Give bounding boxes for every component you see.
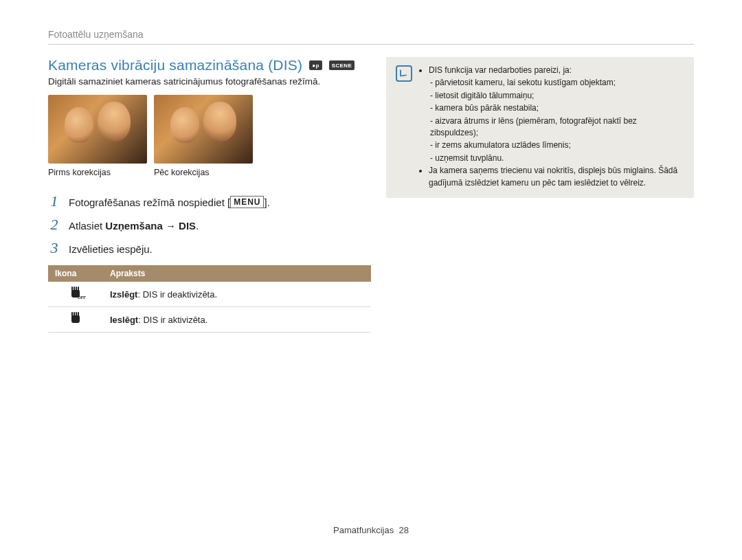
step-text: ]. [264,197,269,208]
dis-on-icon [69,313,82,326]
step-number: 3 [48,239,60,257]
table-head-icon: Ikona [48,265,103,282]
dis-off-icon: OFF [69,288,82,300]
step-bold: Uzņemšana → DIS [105,220,196,232]
option-desc: : DIS ir deaktivizēta. [137,289,217,300]
breadcrumb: Fotoattēlu uzņemšana [48,29,694,45]
note-bullet: lietosit digitālo tālummaiņu; [430,90,684,102]
note-bullet: ir zems akumulatora uzlādes līmenis; [430,139,684,151]
step-text: Izvēlieties iespēju. [69,243,153,255]
before-caption: Pirms korekcijas [48,168,147,177]
step-text: . [196,220,199,232]
camera-mode-icon: ●p [309,60,322,70]
page-footer: Pamatfunkcijas 28 [0,525,742,535]
option-label: Ieslēgt [110,315,138,325]
footer-label: Pamatfunkcijas [333,525,394,535]
menu-button-label: MENU [230,196,264,208]
scene-mode-icon: SCENE [329,60,355,70]
note-line: DIS funkcija var nedarboties pareizi, ja… [429,65,684,76]
option-label: Izslēgt [110,289,137,300]
footer-page: 28 [398,525,408,535]
note-bullet: aizvara ātrums ir lēns (piemēram, fotogr… [430,115,684,139]
note-line: Ja kamera saņems triecienu vai nokritīs,… [429,165,684,189]
note-bullet: uzņemsit tuvplānu. [430,153,684,164]
step-number: 1 [48,192,60,210]
table-row: OFF Izslēgt: DIS ir deaktivizēta. [48,282,371,307]
before-image [48,95,147,164]
options-table: Ikona Apraksts OFF Izslēgt: DIS ir deakt… [48,265,371,333]
note-box: DIS funkcija var nedarboties pareizi, ja… [386,57,694,198]
step-3: 3 Izvēlieties iespēju. [48,239,371,257]
note-bullet: pārvietosit kameru, lai sekotu kustīgam … [430,77,684,89]
section-title: Kameras vibrāciju samazināšana (DIS) [48,57,302,74]
note-icon [396,65,412,82]
step-1: 1 Fotografēšanas režīmā nospiediet [MENU… [48,192,371,210]
step-text: Atlasiet [69,220,105,232]
table-row: Ieslēgt: DIS ir aktivizēta. [48,307,371,333]
right-column: DIS funkcija var nedarboties pareizi, ja… [386,57,694,333]
option-desc: : DIS ir aktivizēta. [138,315,207,325]
step-text: Fotografēšanas režīmā nospiediet [ [69,197,230,208]
step-number: 2 [48,216,60,234]
left-column: Kameras vibrāciju samazināšana (DIS) ●p … [48,57,371,333]
after-caption: Pēc korekcijas [154,168,253,177]
section-intro: Digitāli samaziniet kameras satricinājum… [48,76,371,87]
note-bullet: kamera būs pārāk nestabila; [430,102,684,114]
before-after-row: Pirms korekcijas Pēc korekcijas [48,95,371,177]
table-head-desc: Apraksts [103,265,371,282]
steps-list: 1 Fotografēšanas režīmā nospiediet [MENU… [48,192,371,257]
after-image [154,95,253,164]
step-2: 2 Atlasiet Uzņemšana → DIS. [48,216,371,234]
